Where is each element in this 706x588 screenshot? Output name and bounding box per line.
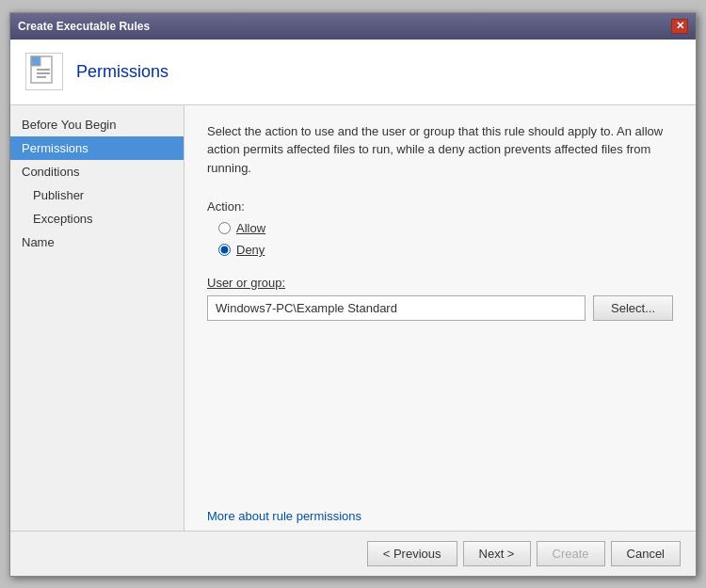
action-label: Action: [207,199,673,214]
close-button[interactable]: ✕ [671,19,688,34]
create-executable-rules-window: Create Executable Rules ✕ Permissions Se… [9,12,697,577]
select-button[interactable]: Select... [593,295,673,321]
user-group-section: User or group: Select... [207,276,673,321]
title-bar: Create Executable Rules ✕ [10,13,696,40]
cancel-button[interactable]: Cancel [611,541,681,566]
user-group-label: User or group: [207,276,673,290]
document-icon [27,55,61,88]
radio-deny-row: Deny [218,243,673,257]
description-text: Select the action to use and the user or… [207,122,673,178]
more-link-area: More about rule permissions [207,509,673,523]
window-title: Create Executable Rules [18,20,150,33]
user-group-row: Select... [207,295,673,321]
radio-allow[interactable] [218,222,231,234]
sidebar-item-exceptions[interactable]: Exceptions [10,207,184,230]
svg-rect-1 [31,56,40,66]
header-area: Permissions [10,40,696,105]
radio-group: Allow Deny [218,221,673,257]
header-icon-box [25,53,63,90]
sidebar-item-name[interactable]: Name [10,230,184,254]
radio-allow-label[interactable]: Allow [236,221,265,235]
sidebar: Before You Begin Permissions Conditions … [10,105,185,531]
previous-button[interactable]: < Previous [367,541,457,566]
radio-deny[interactable] [218,244,231,256]
next-button[interactable]: Next > [463,541,531,566]
sidebar-item-publisher[interactable]: Publisher [10,183,184,207]
sidebar-item-permissions[interactable]: Permissions [10,136,184,160]
body-area: SevenForums.com Before You Begin Permiss… [10,105,696,531]
sidebar-item-before-you-begin[interactable]: Before You Begin [10,113,184,136]
sidebar-item-conditions[interactable]: Conditions [10,160,184,183]
user-group-input[interactable] [207,295,586,321]
create-button: Create [537,541,605,566]
content-area: Select the action to use and the user or… [185,105,696,531]
footer: < Previous Next > Create Cancel [10,531,696,576]
page-title: Permissions [76,62,168,82]
more-link[interactable]: More about rule permissions [207,509,361,523]
radio-deny-label[interactable]: Deny [236,243,265,257]
radio-allow-row: Allow [218,221,673,235]
